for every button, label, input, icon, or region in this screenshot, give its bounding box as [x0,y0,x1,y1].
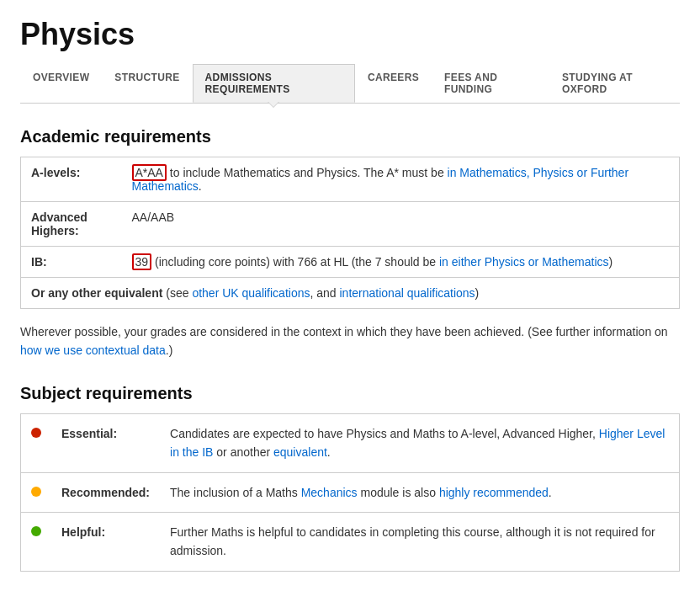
helpful-dot-cell [21,512,52,571]
international-link[interactable]: international qualifications [340,286,475,300]
subject-requirements-section: Subject requirements Essential: Candidat… [20,384,680,572]
table-row: AdvancedHighers: AA/AAB [21,202,680,247]
essential-text3: . [327,445,331,459]
helpful-dot [31,526,41,536]
recommended-link2[interactable]: highly recommended [439,486,549,499]
table-row: Or any other equivalent (see other UK qu… [21,278,680,309]
nav-tabs: OVERVIEW STRUCTURE ADMISSIONS REQUIREMEN… [20,64,680,104]
essential-text1: Candidates are expected to have Physics … [170,427,599,440]
recommended-text1: The inclusion of a Maths [170,486,301,499]
essential-dot [31,428,41,438]
other-uk-link[interactable]: other UK qualifications [192,286,310,300]
essential-label: Essential: [51,413,160,472]
helpful-text: Further Maths is helpful to candidates i… [170,525,655,557]
subject-table: Essential: Candidates are expected to ha… [20,413,680,572]
advhigher-label: AdvancedHighers: [21,202,122,247]
table-row: Recommended: The inclusion of a Maths Me… [21,472,680,512]
equivalent-text1: (see [162,286,192,300]
table-row: A-levels: A*AA to include Mathematics an… [21,157,680,202]
essential-text2: or another [213,445,273,459]
alevels-text1: to include Mathematics and Physics. [167,166,360,179]
equivalent-text2: , and [310,286,339,300]
recommended-link1[interactable]: Mechanics [301,486,358,499]
contextual-text1: Wherever possible, your grades are consi… [20,325,668,338]
equivalent-cell: Or any other equivalent (see other UK qu… [21,278,680,309]
contextual-text2: .) [166,343,173,357]
requirements-table: A-levels: A*AA to include Mathematics an… [20,157,680,309]
recommended-label: Recommended: [51,472,160,512]
essential-value: Candidates are expected to have Physics … [160,413,679,472]
alevels-value: A*AA to include Mathematics and Physics.… [122,157,680,202]
essential-dot-cell [21,413,52,472]
recommended-dot-cell [21,472,52,512]
table-row: Helpful: Further Maths is helpful to can… [21,512,680,571]
tab-overview[interactable]: OVERVIEW [20,64,102,103]
equivalent-text3: ) [475,286,480,300]
recommended-text3: . [549,486,552,499]
alevels-label: A-levels: [21,157,122,202]
ib-highlight: 39 [132,253,152,270]
ib-value: 39 (including core points) with 766 at H… [122,247,680,278]
table-row: IB: 39 (including core points) with 766 … [21,247,680,278]
advhigher-value: AA/AAB [122,202,680,247]
essential-link2[interactable]: equivalent [273,445,327,459]
tab-careers[interactable]: CAREERS [355,64,432,103]
tab-structure[interactable]: STRUCTURE [102,64,192,103]
recommended-value: The inclusion of a Maths Mechanics modul… [160,472,679,512]
ib-link[interactable]: in either Physics or Mathematics [439,255,609,269]
ib-text: (including core points) with 766 at HL (… [151,255,612,269]
equivalent-label: Or any other equivalent [31,286,162,300]
subject-requirements-heading: Subject requirements [20,384,680,403]
table-row: Essential: Candidates are expected to ha… [21,413,680,472]
tab-fees[interactable]: FEES AND FUNDING [432,64,549,103]
recommended-dot [31,487,41,497]
helpful-value: Further Maths is helpful to candidates i… [160,512,679,571]
page-title: Physics [20,17,680,52]
recommended-text2: module is also [358,486,439,499]
contextual-note: Wherever possible, your grades are consi… [20,322,680,360]
ib-label: IB: [21,247,122,278]
alevels-highlight: A*AA [132,164,167,181]
contextual-link[interactable]: how we use contextual data [20,343,166,357]
academic-requirements-section: Academic requirements A-levels: A*AA to … [20,127,680,309]
tab-studying[interactable]: STUDYING AT OXFORD [549,64,680,103]
tab-admissions[interactable]: ADMISSIONS REQUIREMENTS [193,64,355,103]
academic-requirements-heading: Academic requirements [20,127,680,146]
helpful-label: Helpful: [51,512,160,571]
